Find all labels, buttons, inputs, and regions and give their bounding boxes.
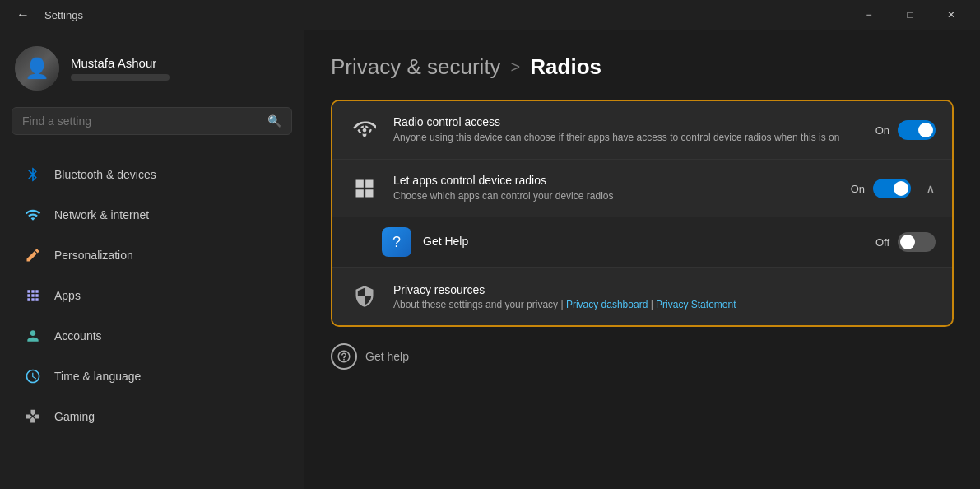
sidebar-item-gaming[interactable]: Gaming <box>7 397 297 436</box>
sidebar-item-apps-label: Apps <box>54 289 81 302</box>
shield-icon <box>349 281 380 312</box>
settings-panel: Radio control access Anyone using this d… <box>331 100 954 327</box>
get-help-knob <box>900 235 915 249</box>
footer-help-icon <box>331 343 357 370</box>
radio-control-status: On <box>875 124 889 137</box>
chevron-up-icon[interactable]: ∧ <box>926 181 936 197</box>
let-apps-toggle[interactable] <box>873 179 911 198</box>
network-icon <box>23 205 43 225</box>
get-help-control: Off <box>875 232 936 252</box>
let-apps-title: Let apps control device radios <box>393 174 838 187</box>
sidebar-item-network[interactable]: Network & internet <box>7 195 297 235</box>
privacy-links: About these settings and your privacy | … <box>393 299 936 310</box>
accounts-icon <box>23 326 43 346</box>
radio-control-icon <box>349 114 380 146</box>
avatar-image: 👤 <box>15 46 59 91</box>
app-title: Settings <box>44 9 83 21</box>
breadcrumb-separator: > <box>511 58 521 77</box>
title-bar: ← Settings − □ ✕ <box>0 0 980 30</box>
gaming-icon <box>23 407 43 426</box>
privacy-resources-text: Privacy resources About these settings a… <box>393 283 936 310</box>
footer-help-label: Get help <box>365 350 409 363</box>
user-subtitle <box>71 74 170 81</box>
privacy-resources-title: Privacy resources <box>393 283 936 296</box>
privacy-about: About these settings and your privacy <box>393 299 558 310</box>
get-help-app-icon: ? <box>382 227 411 257</box>
sidebar-item-time-label: Time & language <box>54 370 141 383</box>
radio-control-desc: Anyone using this device can choose if t… <box>393 131 862 145</box>
sidebar-item-personalization[interactable]: Personalization <box>7 235 297 275</box>
sidebar-item-bluetooth[interactable]: Bluetooth & devices <box>7 155 297 194</box>
sidebar-item-accounts[interactable]: Accounts <box>7 316 297 356</box>
privacy-dashboard-link[interactable]: Privacy dashboard <box>566 299 648 310</box>
let-apps-control: On ∧ <box>851 179 936 198</box>
breadcrumb-current: Radios <box>530 54 601 80</box>
close-button[interactable]: ✕ <box>932 0 970 30</box>
sidebar-item-accounts-label: Accounts <box>54 329 102 342</box>
title-bar-left: ← Settings <box>10 4 83 26</box>
sidebar-item-personalization-label: Personalization <box>54 249 133 262</box>
maximize-button[interactable]: □ <box>891 0 929 30</box>
privacy-statement-link[interactable]: Privacy Statement <box>656 299 736 310</box>
sidebar-item-network-label: Network & internet <box>54 208 149 221</box>
breadcrumb-parent[interactable]: Privacy & security <box>331 54 501 80</box>
app-layout: 👤 Mustafa Ashour 🔍 Bluetooth & devices <box>0 30 980 489</box>
sidebar-item-apps[interactable]: Apps <box>7 276 297 315</box>
user-profile[interactable]: 👤 Mustafa Ashour <box>0 30 304 104</box>
radio-control-control: On <box>875 120 936 140</box>
breadcrumb: Privacy & security > Radios <box>331 54 954 80</box>
privacy-resources-row: Privacy resources About these settings a… <box>332 268 952 325</box>
radio-control-knob <box>918 123 933 137</box>
user-name: Mustafa Ashour <box>71 56 170 70</box>
get-help-text: Get Help <box>423 235 864 250</box>
let-apps-status: On <box>851 183 865 195</box>
search-input[interactable] <box>22 114 261 128</box>
footer-help[interactable]: Get help <box>331 343 954 370</box>
radio-control-access-row: Radio control access Anyone using this d… <box>332 101 952 160</box>
radio-control-text: Radio control access Anyone using this d… <box>393 115 862 145</box>
sidebar-item-gaming-label: Gaming <box>54 410 95 423</box>
bluetooth-icon <box>23 165 43 184</box>
let-apps-knob <box>894 181 908 196</box>
radio-control-title: Radio control access <box>393 115 862 128</box>
minimize-button[interactable]: − <box>850 0 888 30</box>
avatar: 👤 <box>15 46 59 91</box>
sidebar-nav: Bluetooth & devices Network & internet P… <box>0 151 304 489</box>
let-apps-icon <box>349 173 380 204</box>
sidebar: 👤 Mustafa Ashour 🔍 Bluetooth & devices <box>0 30 304 489</box>
main-content: Privacy & security > Radios Radio contro… <box>304 30 980 489</box>
window-controls: − □ ✕ <box>850 0 970 30</box>
time-icon <box>23 366 43 386</box>
let-apps-text: Let apps control device radios Choose wh… <box>393 174 838 203</box>
sidebar-divider <box>12 147 292 147</box>
radio-control-toggle[interactable] <box>898 120 936 140</box>
apps-icon <box>23 286 43 305</box>
search-box[interactable]: 🔍 <box>12 107 292 135</box>
sidebar-item-bluetooth-label: Bluetooth & devices <box>54 168 156 181</box>
sidebar-item-time[interactable]: Time & language <box>7 356 297 396</box>
get-help-title: Get Help <box>423 235 864 248</box>
get-help-sub-row: ? Get Help Off <box>332 217 952 268</box>
search-icon: 🔍 <box>267 114 281 128</box>
get-help-toggle[interactable] <box>898 232 936 252</box>
back-button[interactable]: ← <box>10 4 36 26</box>
get-help-status: Off <box>875 236 889 249</box>
let-apps-desc: Choose which apps can control your devic… <box>393 189 838 203</box>
personalization-icon <box>23 245 43 265</box>
let-apps-control-row: Let apps control device radios Choose wh… <box>332 160 952 217</box>
user-info: Mustafa Ashour <box>71 56 170 81</box>
